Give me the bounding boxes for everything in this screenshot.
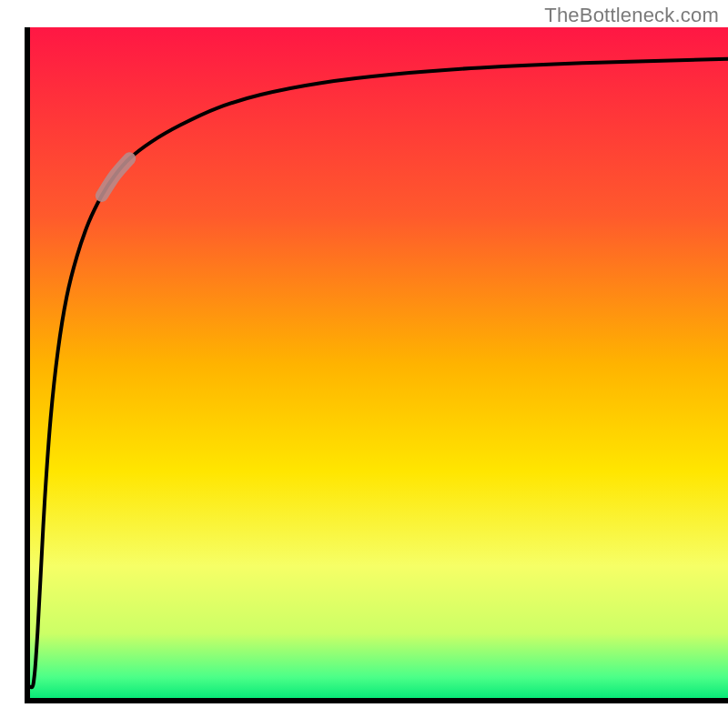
- attribution-label: TheBottleneck.com: [544, 4, 719, 27]
- bottleneck-chart: [0, 0, 728, 728]
- chart-stage: TheBottleneck.com: [0, 0, 728, 728]
- gradient-background: [27, 27, 728, 701]
